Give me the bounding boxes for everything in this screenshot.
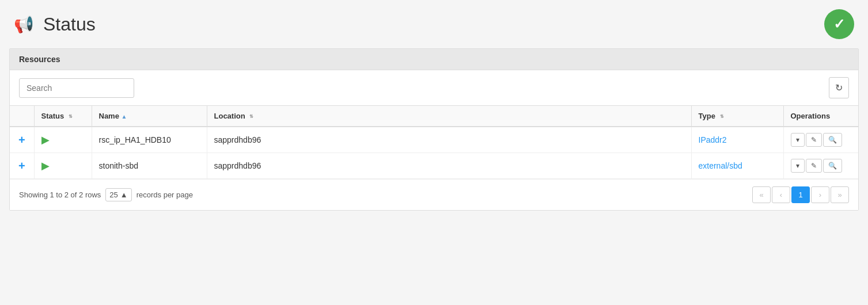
- refresh-icon: ↻: [835, 82, 843, 93]
- card-header: Resources: [10, 49, 858, 70]
- col-header-status[interactable]: Status ⇅: [34, 106, 92, 127]
- row2-operations-cell: ▾ ✎ 🔍: [783, 153, 858, 179]
- row2-expand-cell: +: [10, 153, 34, 179]
- status-ok-icon: ✓: [824, 9, 854, 39]
- pagination-last-button[interactable]: »: [831, 186, 849, 203]
- row2-type-link[interactable]: external/sbd: [699, 161, 742, 170]
- sort-icon-type: ⇅: [720, 115, 724, 119]
- per-page-select[interactable]: 25 ▲: [105, 188, 131, 201]
- expand-icon[interactable]: +: [18, 159, 25, 172]
- row1-expand-cell: +: [10, 127, 34, 153]
- table-row: + ▶ stonith-sbd sapprdhdb96 external/sbd…: [10, 153, 858, 179]
- page-header-left: 📢 Status: [14, 14, 96, 35]
- row1-name-cell: rsc_ip_HA1_HDB10: [92, 127, 207, 153]
- status-running-icon: ▶: [41, 134, 50, 146]
- per-page-label: records per page: [137, 190, 193, 199]
- row2-search-button[interactable]: 🔍: [823, 159, 842, 173]
- expand-icon[interactable]: +: [18, 134, 25, 146]
- row2-location-cell: sapprdhdb96: [207, 153, 691, 179]
- sort-icon-name: ▲: [122, 113, 127, 120]
- col-header-name[interactable]: Name ▲: [92, 106, 207, 127]
- sort-icon-location: ⇅: [249, 115, 253, 119]
- page-title: Status: [43, 14, 96, 35]
- pagination-first-button[interactable]: «: [752, 186, 771, 203]
- resources-card: Resources ↻ Status ⇅ Name ▲ Location: [9, 48, 859, 211]
- row2-status-cell: ▶: [34, 153, 92, 179]
- table-header-row: Status ⇅ Name ▲ Location ⇅ Type ⇅ Operat…: [10, 106, 858, 127]
- refresh-button[interactable]: ↻: [829, 77, 849, 98]
- pagination: « ‹ 1 › »: [752, 186, 849, 203]
- row1-type-cell: IPaddr2: [691, 127, 783, 153]
- table-row: + ▶ rsc_ip_HA1_HDB10 sapprdhdb96 IPaddr2…: [10, 127, 858, 153]
- sort-icon-status: ⇅: [69, 115, 73, 119]
- row1-op-buttons: ▾ ✎ 🔍: [791, 133, 852, 147]
- row2-edit-button[interactable]: ✎: [806, 159, 822, 173]
- row2-dropdown-button[interactable]: ▾: [791, 159, 805, 173]
- pagination-next-button[interactable]: ›: [811, 186, 829, 203]
- card-title: Resources: [19, 55, 60, 64]
- row1-edit-button[interactable]: ✎: [806, 133, 822, 147]
- col-header-expand: [10, 106, 34, 127]
- toolbar: ↻: [10, 70, 858, 106]
- col-header-location[interactable]: Location ⇅: [207, 106, 691, 127]
- pagination-prev-button[interactable]: ‹: [772, 186, 790, 203]
- col-header-operations: Operations: [783, 106, 858, 127]
- per-page-value: 25: [109, 190, 117, 199]
- pagination-page-1-button[interactable]: 1: [791, 186, 810, 203]
- resources-table: Status ⇅ Name ▲ Location ⇅ Type ⇅ Operat…: [10, 106, 858, 179]
- row1-dropdown-button[interactable]: ▾: [791, 133, 805, 147]
- row2-name-cell: stonith-sbd: [92, 153, 207, 179]
- search-input[interactable]: [19, 78, 134, 98]
- row2-op-buttons: ▾ ✎ 🔍: [791, 159, 852, 173]
- col-header-type[interactable]: Type ⇅: [691, 106, 783, 127]
- page-header: 📢 Status ✓: [0, 0, 868, 48]
- row1-status-cell: ▶: [34, 127, 92, 153]
- row1-operations-cell: ▾ ✎ 🔍: [783, 127, 858, 153]
- status-running-icon: ▶: [41, 160, 50, 171]
- row1-type-link[interactable]: IPaddr2: [699, 135, 727, 144]
- table-footer: Showing 1 to 2 of 2 rows 25 ▲ records pe…: [10, 179, 858, 210]
- megaphone-icon: 📢: [14, 15, 34, 34]
- footer-info: Showing 1 to 2 of 2 rows 25 ▲ records pe…: [19, 188, 193, 201]
- showing-text: Showing 1 to 2 of 2 rows: [19, 190, 101, 199]
- row1-location-cell: sapprdhdb96: [207, 127, 691, 153]
- per-page-arrow: ▲: [120, 190, 128, 199]
- row1-search-button[interactable]: 🔍: [823, 133, 842, 147]
- row2-type-cell: external/sbd: [691, 153, 783, 179]
